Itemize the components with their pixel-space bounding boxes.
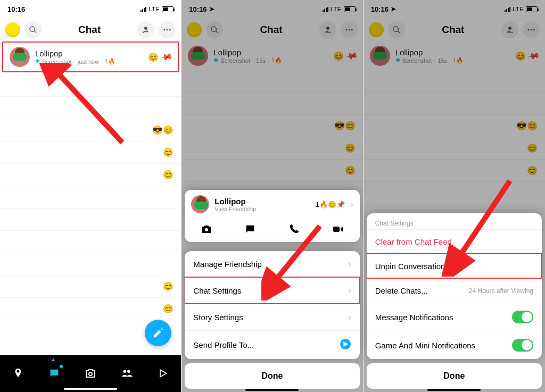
- feed-row[interactable]: [0, 97, 181, 119]
- camera-icon: [200, 223, 213, 236]
- svg-point-7: [345, 29, 347, 31]
- more-button[interactable]: [159, 21, 176, 38]
- tab-stories[interactable]: [119, 366, 134, 381]
- tab-map[interactable]: [11, 366, 26, 381]
- svg-point-5: [127, 370, 130, 373]
- message-notifications-row[interactable]: Message Notifications: [367, 303, 542, 331]
- view-friendship-row[interactable]: Lollipop View Friendship 1🔥😊📌 ›: [185, 190, 359, 219]
- location-icon: ➤: [209, 5, 214, 13]
- feed-row[interactable]: [0, 253, 181, 276]
- panel-step-2: 10:16 ➤ LTE Chat Lollipop ✱Screenshot·15…: [181, 0, 363, 392]
- chat-button[interactable]: [243, 222, 258, 237]
- search-icon: [392, 26, 401, 34]
- call-button[interactable]: [287, 222, 302, 237]
- profile-avatar-icon[interactable]: [187, 22, 202, 37]
- toggle-on-icon[interactable]: [512, 311, 533, 323]
- done-button[interactable]: Done: [367, 363, 542, 389]
- play-icon: [158, 368, 168, 379]
- clear-from-feed-row[interactable]: Clear from Chat Feed: [367, 229, 542, 254]
- feed-row[interactable]: [0, 186, 181, 208]
- svg-point-2: [169, 29, 171, 31]
- svg-point-0: [164, 29, 166, 31]
- feed-row[interactable]: 😎😊: [0, 119, 181, 141]
- search-button[interactable]: [24, 21, 42, 38]
- delete-chats-row[interactable]: Delete Chats... 24 Hours after Viewing: [367, 278, 542, 303]
- svg-point-4: [123, 370, 127, 373]
- friend-avatar-icon: [191, 195, 209, 213]
- send-icon: [340, 338, 351, 352]
- toggle-on-icon[interactable]: [512, 339, 533, 352]
- chat-settings-row[interactable]: Chat Settings›: [185, 277, 359, 304]
- chat-icon: [48, 368, 60, 379]
- more-icon: [162, 25, 172, 35]
- svg-point-8: [348, 29, 350, 31]
- settings-heading: Chat Settings: [367, 213, 542, 229]
- tab-spotlight[interactable]: [155, 366, 170, 381]
- status-bar: 10:16 ➤ LTE: [181, 0, 362, 18]
- feed-row[interactable]: 😊: [0, 276, 181, 298]
- friend-badges: 1🔥😊📌: [315, 201, 344, 208]
- chat-row-lollipop[interactable]: Lollipop ✱Screenshot·15s·1🔥 😊📌: [181, 41, 362, 70]
- svg-point-1: [167, 29, 168, 31]
- add-friend-icon: [323, 25, 333, 35]
- search-icon: [29, 26, 37, 34]
- tab-camera[interactable]: [83, 366, 98, 381]
- more-button[interactable]: [523, 21, 540, 38]
- status-bar: 10:16 LTE: [0, 0, 181, 18]
- friend-avatar-icon: [188, 46, 208, 66]
- screenshot-icon: ✱: [35, 58, 40, 65]
- phone-icon: [288, 223, 300, 235]
- friend-avatar-icon: [10, 47, 30, 67]
- snap-camera-button[interactable]: [199, 222, 214, 237]
- panel-step-1: 10:16 LTE Chat Lollipop ✱: [0, 0, 181, 392]
- send-profile-row[interactable]: Send Profile To...: [185, 330, 359, 359]
- tab-chat[interactable]: [47, 366, 62, 381]
- feed-row[interactable]: 😊: [0, 141, 181, 164]
- chat-settings-sheet: Chat Settings Clear from Chat Feed Unpin…: [367, 213, 542, 359]
- add-friend-button[interactable]: [137, 21, 154, 38]
- video-call-button[interactable]: [331, 222, 345, 237]
- feed-row[interactable]: 😊: [0, 164, 181, 186]
- manage-friendship-row[interactable]: Manage Friendship›: [185, 251, 359, 277]
- more-icon: [344, 25, 354, 35]
- header-title: Chat: [78, 24, 101, 36]
- add-friend-button[interactable]: [319, 21, 336, 38]
- svg-point-15: [530, 29, 532, 31]
- camera-icon: [84, 367, 97, 380]
- svg-point-14: [527, 29, 529, 31]
- search-button[interactable]: [206, 21, 223, 38]
- done-button[interactable]: Done: [185, 363, 359, 389]
- feed-row[interactable]: 😊: [0, 298, 181, 320]
- add-friend-icon: [505, 25, 515, 35]
- pin-icon: 📌: [159, 49, 174, 64]
- battery-icon: [344, 6, 356, 12]
- home-indicator: [245, 389, 299, 391]
- friend-menu-sheet: Manage Friendship› Chat Settings› Story …: [185, 251, 359, 359]
- game-notifications-row[interactable]: Game And Mini Notifications: [367, 331, 542, 359]
- feed-row[interactable]: [0, 74, 181, 97]
- chat-row-lollipop[interactable]: Lollipop ✱Screenshot·15s·1🔥 😊📌: [364, 41, 545, 70]
- location-icon: ➤: [391, 5, 396, 13]
- chat-icon: [244, 223, 256, 235]
- profile-avatar-icon[interactable]: [369, 22, 384, 37]
- story-settings-row[interactable]: Story Settings›: [185, 304, 359, 330]
- search-button[interactable]: [388, 21, 405, 38]
- svg-point-3: [89, 372, 92, 376]
- svg-point-16: [533, 29, 535, 31]
- status-time: 10:16: [189, 5, 207, 13]
- chat-subtitle: ✱ Screenshot · just now · 1🔥: [35, 58, 143, 65]
- people-icon: [121, 368, 133, 379]
- feed-row[interactable]: [0, 208, 181, 231]
- svg-point-10: [205, 228, 208, 231]
- compose-button[interactable]: [145, 320, 171, 346]
- add-friend-button[interactable]: [501, 21, 518, 38]
- unpin-conversation-row[interactable]: Unpin Conversation: [367, 254, 542, 278]
- chevron-right-icon: ›: [348, 312, 351, 323]
- chat-row-lollipop[interactable]: Lollipop ✱ Screenshot · just now · 1🔥 😊 …: [2, 41, 179, 72]
- chevron-right-icon: ›: [350, 199, 353, 210]
- profile-avatar-icon[interactable]: [5, 22, 20, 37]
- status-network: LTE: [148, 6, 160, 12]
- more-button[interactable]: [341, 21, 358, 38]
- add-friend-icon: [141, 25, 151, 35]
- feed-row[interactable]: [0, 231, 181, 253]
